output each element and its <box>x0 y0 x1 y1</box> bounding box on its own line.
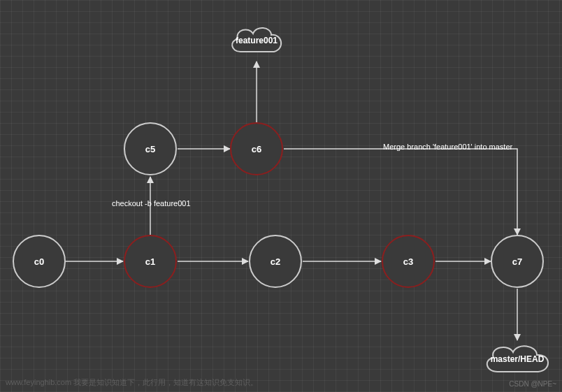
watermark-right: CSDN @NPE~ <box>509 380 556 388</box>
commit-label: c7 <box>512 256 522 267</box>
edge-label-merge: Merge branch 'feature001' into master <box>383 143 512 151</box>
commit-label: c6 <box>252 144 261 154</box>
edge-label-checkout: checkout -b feature001 <box>112 199 191 208</box>
commit-node-c1: c1 <box>124 235 177 288</box>
commit-node-c2: c2 <box>249 235 302 288</box>
commit-label: c5 <box>145 144 155 154</box>
commit-node-c7: c7 <box>491 235 544 288</box>
ref-feature001: feature001 <box>225 21 288 60</box>
ref-master-head: master/HEAD <box>481 340 554 379</box>
commit-node-c6: c6 <box>230 122 283 175</box>
commit-node-c3: c3 <box>382 235 435 288</box>
commit-label: c1 <box>145 256 155 267</box>
commit-node-c0: c0 <box>13 235 66 288</box>
commit-label: c0 <box>34 256 44 267</box>
commit-node-c5: c5 <box>124 122 177 175</box>
commit-label: c2 <box>271 256 280 267</box>
ref-label: master/HEAD <box>491 354 545 364</box>
ref-label: feature001 <box>236 36 278 45</box>
commit-label: c3 <box>403 256 413 267</box>
watermark-left: www.feyinghib.com 我要是知识知道下，此行用，知道有这知识免支知… <box>6 377 258 388</box>
